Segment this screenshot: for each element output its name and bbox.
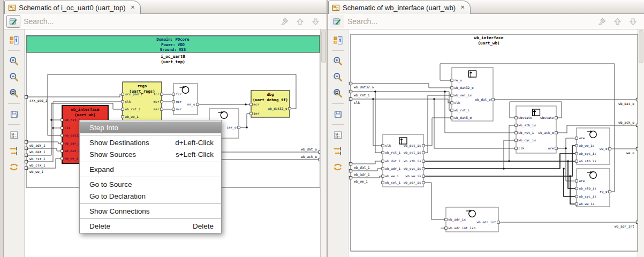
search-input[interactable]: [346, 17, 594, 26]
close-icon[interactable]: ✕: [460, 5, 465, 10]
port-wb_dat_i[interactable]: wb_dat_i: [349, 162, 370, 170]
pin-fcr[interactable]: [161, 93, 163, 95]
pin-wbstate[interactable]: [555, 117, 558, 119]
pin-wb_dat_o[interactable]: [492, 99, 495, 101]
schematic-right[interactable]: wb_interface(uart_wb)re_owb_dat32_owb_se…: [348, 29, 638, 257]
search-edit-button[interactable]: [330, 15, 344, 28]
pin-wre[interactable]: [575, 137, 578, 139]
options-button[interactable]: [6, 128, 21, 142]
port-connector[interactable]: [25, 95, 28, 98]
pin-wb_we_is[interactable]: [575, 203, 578, 205]
wire[interactable]: [373, 99, 383, 146]
zoom-out-button[interactable]: [6, 70, 21, 84]
port-connector[interactable]: [349, 162, 352, 165]
pin-clk[interactable]: [382, 145, 384, 147]
port-connector[interactable]: [349, 82, 352, 85]
pin-wb_stb_is[interactable]: [575, 160, 578, 162]
pin-wb_stb_is[interactable]: [422, 160, 425, 162]
port-connector[interactable]: [25, 160, 28, 163]
port-connector[interactable]: [25, 147, 28, 149]
previous-icon[interactable]: [296, 17, 305, 26]
wire[interactable]: [509, 125, 516, 161]
properties-button[interactable]: i: [330, 33, 345, 47]
port-wb_adr_int[interactable]: wb_adr_int: [615, 221, 638, 228]
menu-item-go-to-source[interactable]: Go to Source: [80, 178, 221, 190]
wire[interactable]: [351, 176, 383, 178]
block-dbg[interactable]: dbg(uart_debug_if)mcrierwb_dat32_o: [250, 90, 291, 117]
block-regs[interactable]: regs(uart_regs)srx_pad_iclkwb_rst_iwb_we…: [122, 82, 163, 121]
pin-wb_adr_i[interactable]: [382, 168, 384, 170]
pin-wb_adr_is[interactable]: [422, 182, 425, 184]
save-button[interactable]: [330, 107, 345, 121]
pin-wb_rst_i[interactable]: [515, 132, 518, 134]
swap-button[interactable]: [6, 160, 21, 174]
pin-wb_sel_i[interactable]: [382, 182, 384, 184]
pin-wbstate[interactable]: [515, 117, 518, 119]
pin-clk[interactable]: [515, 147, 518, 149]
search-edit-button[interactable]: [6, 15, 20, 28]
port-wb_ack_o[interactable]: wb_ack_o: [618, 120, 638, 127]
right-canvas[interactable]: wb_interface(uart_wb)re_owb_dat32_owb_se…: [348, 29, 638, 257]
port-connector[interactable]: [349, 97, 352, 100]
pin-wb_adr_i[interactable]: [61, 142, 64, 145]
swap-button[interactable]: [330, 160, 345, 174]
previous-icon[interactable]: [613, 17, 622, 26]
wire[interactable]: [375, 92, 383, 153]
clear-highlights-icon[interactable]: [280, 17, 289, 26]
pin-wre[interactable]: [575, 180, 578, 182]
zoom-out-button[interactable]: [330, 70, 345, 84]
right-vertical-scrollbar[interactable]: [638, 29, 644, 257]
port-wb_dat_o[interactable]: wb_dat_o: [618, 98, 638, 105]
port-connector[interactable]: [636, 98, 638, 101]
pin-ier[interactable]: [250, 112, 253, 115]
port-wb_adr_i[interactable]: wb_adr_i: [349, 169, 370, 177]
wire[interactable]: [239, 114, 251, 127]
port-connector[interactable]: [25, 140, 28, 143]
trace-button[interactable]: [6, 144, 21, 158]
block-wb-dat-o-reg[interactable]: re_owb_dat32_owb_sel_isclkwb_rst_iwb_dat…: [451, 67, 495, 121]
next-icon[interactable]: [311, 17, 320, 26]
zoom-in-button[interactable]: [330, 54, 345, 68]
close-icon[interactable]: ✕: [131, 5, 135, 10]
pin-wb_adr_int_lsb[interactable]: [445, 227, 448, 229]
pin-clk[interactable]: [451, 102, 453, 104]
port-connector[interactable]: [25, 167, 28, 169]
zoom-in-button[interactable]: [6, 54, 21, 68]
pin-clk[interactable]: [122, 101, 124, 103]
pin-we_o[interactable]: [609, 148, 611, 150]
wire[interactable]: [26, 94, 123, 97]
block-wb-adr-int-logic[interactable]: wb_adr_iswb_adr_int_lsbwb_adr_int: [445, 207, 500, 232]
block-we-o-logic[interactable]: wrewb_we_iswb_cyc_iswb_stb_iswe_o: [575, 128, 611, 164]
wire[interactable]: [423, 95, 452, 153]
port-wb_dat32_o[interactable]: wb_dat32_o: [349, 82, 374, 89]
pin-wb_dat_i[interactable]: [382, 160, 384, 162]
menu-item-expand[interactable]: Expand: [80, 163, 221, 175]
pin-wb_rst_i[interactable]: [382, 152, 384, 154]
tab-schematic-uart-wb[interactable]: Schematic of wb_interface (uart_wb) ✕: [328, 1, 471, 14]
pin-mcr[interactable]: [161, 101, 163, 103]
pin-clk[interactable]: [61, 127, 64, 129]
pin-wb_we_is[interactable]: [422, 175, 425, 177]
port-connector[interactable]: [319, 150, 321, 153]
block-mcr-process[interactable]: fcrmcrmsrmr_o: [172, 84, 199, 115]
search-input[interactable]: [22, 17, 277, 26]
save-button[interactable]: [6, 107, 21, 121]
pin-wb_cyc_is[interactable]: [575, 195, 578, 198]
pin-re_o[interactable]: [451, 79, 453, 81]
pin-wb_we_i[interactable]: [122, 116, 124, 118]
block-input-regs[interactable]: clkwb_rst_iwb_dat_iwb_adr_iwb_we_iwb_sel…: [382, 134, 425, 187]
port-wb_we_i[interactable]: wb_we_i: [349, 176, 368, 184]
menu-item-show-sources[interactable]: Show Sourcess+Left-Click: [80, 148, 221, 160]
pin-wb_we_is[interactable]: [575, 145, 578, 147]
pin-wb_ack_o[interactable]: [555, 132, 558, 134]
pin-srx_pad_i[interactable]: [122, 93, 124, 95]
pin-wb_we_i[interactable]: [382, 175, 384, 177]
pin-wb_sel_is[interactable]: [451, 94, 453, 96]
port-srx_pad_i[interactable]: srx_pad_i: [25, 95, 48, 103]
pin-mcr[interactable]: [250, 103, 253, 105]
block-re-o-logic[interactable]: wrewb_stb_iswb_cyc_iswb_we_isre_o: [575, 169, 611, 207]
pin-wb_cyc_is[interactable]: [515, 139, 518, 141]
pin-wb_we_i[interactable]: [61, 157, 64, 160]
port-wb_rst_i[interactable]: wb_rst_i: [349, 90, 370, 97]
menu-item-show-destinations[interactable]: Show Destinationsd+Left-Click: [80, 137, 221, 148]
